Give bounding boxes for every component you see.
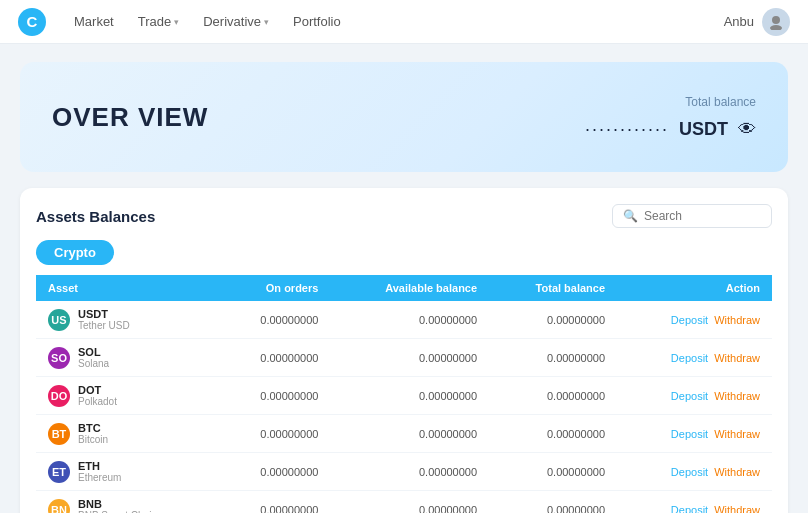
withdraw-ETH[interactable]: Withdraw [714,466,760,478]
withdraw-BTC[interactable]: Withdraw [714,428,760,440]
nav-derivative[interactable]: Derivative ▾ [193,8,279,35]
col-on-orders: On orders [218,275,330,301]
balance-currency: USDT [679,119,728,140]
avatar [762,8,790,36]
navbar: C Market Trade ▾ Derivative ▾ Portfolio … [0,0,808,44]
asset-name-SOL: Solana [78,358,109,369]
overview-title: OVER VIEW [52,102,208,133]
action-cell-ETH: Deposit Withdraw [617,453,772,491]
balance-label: Total balance [585,95,756,109]
action-cell-BTC: Deposit Withdraw [617,415,772,453]
available-balance-DOT: 0.00000000 [330,377,489,415]
table-row: SO SOL Solana 0.00000000 0.00000000 0.00… [36,339,772,377]
balance-row: ············ USDT 👁 [585,119,756,140]
action-cell-DOT: Deposit Withdraw [617,377,772,415]
total-balance-BTC: 0.00000000 [489,415,617,453]
assets-card: Assets Balances 🔍 Crypto Asset On orders… [20,188,788,513]
on-orders-DOT: 0.00000000 [218,377,330,415]
asset-name-USDT: Tether USD [78,320,130,331]
logo[interactable]: C [18,8,46,36]
asset-symbol-ETH: ETH [78,460,121,472]
total-balance-ETH: 0.00000000 [489,453,617,491]
asset-cell-3: BT BTC Bitcoin [36,415,218,453]
svg-point-3 [770,25,782,30]
deposit-SOL[interactable]: Deposit [671,352,708,364]
nav-portfolio[interactable]: Portfolio [283,8,351,35]
deposit-ETH[interactable]: Deposit [671,466,708,478]
withdraw-BNB[interactable]: Withdraw [714,504,760,514]
withdraw-SOL[interactable]: Withdraw [714,352,760,364]
assets-section: Assets Balances 🔍 Crypto Asset On orders… [0,184,808,513]
on-orders-BTC: 0.00000000 [218,415,330,453]
total-balance-USDT: 0.00000000 [489,301,617,339]
asset-symbol-DOT: DOT [78,384,117,396]
action-cell-SOL: Deposit Withdraw [617,339,772,377]
available-balance-USDT: 0.00000000 [330,301,489,339]
nav-trade[interactable]: Trade ▾ [128,8,189,35]
search-box[interactable]: 🔍 [612,204,772,228]
asset-cell-2: DO DOT Polkadot [36,377,218,415]
asset-symbol-BTC: BTC [78,422,108,434]
assets-table: Asset On orders Available balance Total … [36,275,772,513]
table-row: US USDT Tether USD 0.00000000 0.00000000… [36,301,772,339]
on-orders-USDT: 0.00000000 [218,301,330,339]
asset-cell-5: BN BNB BNB Smart Chain [36,491,218,514]
asset-icon-BNB: BN [48,499,70,514]
asset-symbol-USDT: USDT [78,308,130,320]
on-orders-ETH: 0.00000000 [218,453,330,491]
col-asset: Asset [36,275,218,301]
table-header-row: Asset On orders Available balance Total … [36,275,772,301]
deposit-BNB[interactable]: Deposit [671,504,708,514]
balance-dots: ············ [585,119,669,140]
nav-market[interactable]: Market [64,8,124,35]
col-action: Action [617,275,772,301]
asset-icon-ETH: ET [48,461,70,483]
total-balance-SOL: 0.00000000 [489,339,617,377]
derivative-chevron-icon: ▾ [264,17,269,27]
username-label: Anbu [724,14,754,29]
overview-section: OVER VIEW Total balance ············ USD… [0,44,808,184]
col-total-balance: Total balance [489,275,617,301]
asset-name-DOT: Polkadot [78,396,117,407]
table-row: ET ETH Ethereum 0.00000000 0.00000000 0.… [36,453,772,491]
svg-point-2 [772,16,780,24]
asset-icon-BTC: BT [48,423,70,445]
action-cell-USDT: Deposit Withdraw [617,301,772,339]
action-cell-BNB: Deposit Withdraw [617,491,772,514]
asset-name-BTC: Bitcoin [78,434,108,445]
withdraw-DOT[interactable]: Withdraw [714,390,760,402]
asset-icon-DOT: DO [48,385,70,407]
assets-title: Assets Balances [36,208,155,225]
available-balance-SOL: 0.00000000 [330,339,489,377]
on-orders-SOL: 0.00000000 [218,339,330,377]
asset-cell-1: SO SOL Solana [36,339,218,377]
available-balance-BNB: 0.00000000 [330,491,489,514]
deposit-USDT[interactable]: Deposit [671,314,708,326]
user-menu[interactable]: Anbu [724,8,790,36]
asset-icon-SOL: SO [48,347,70,369]
assets-header: Assets Balances 🔍 [36,204,772,228]
available-balance-ETH: 0.00000000 [330,453,489,491]
available-balance-BTC: 0.00000000 [330,415,489,453]
col-available-balance: Available balance [330,275,489,301]
table-row: DO DOT Polkadot 0.00000000 0.00000000 0.… [36,377,772,415]
withdraw-USDT[interactable]: Withdraw [714,314,760,326]
svg-text:C: C [27,13,38,30]
overview-card: OVER VIEW Total balance ············ USD… [20,62,788,172]
asset-icon-USDT: US [48,309,70,331]
search-input[interactable] [644,209,761,223]
total-balance-DOT: 0.00000000 [489,377,617,415]
asset-symbol-SOL: SOL [78,346,109,358]
toggle-balance-icon[interactable]: 👁 [738,119,756,140]
asset-cell-4: ET ETH Ethereum [36,453,218,491]
asset-symbol-BNB: BNB [78,498,157,510]
deposit-BTC[interactable]: Deposit [671,428,708,440]
balance-section: Total balance ············ USDT 👁 [585,95,756,140]
trade-chevron-icon: ▾ [174,17,179,27]
table-row: BT BTC Bitcoin 0.00000000 0.00000000 0.0… [36,415,772,453]
tab-crypto[interactable]: Crypto [36,240,114,265]
nav-links: Market Trade ▾ Derivative ▾ Portfolio [64,8,724,35]
on-orders-BNB: 0.00000000 [218,491,330,514]
search-icon: 🔍 [623,209,638,223]
deposit-DOT[interactable]: Deposit [671,390,708,402]
